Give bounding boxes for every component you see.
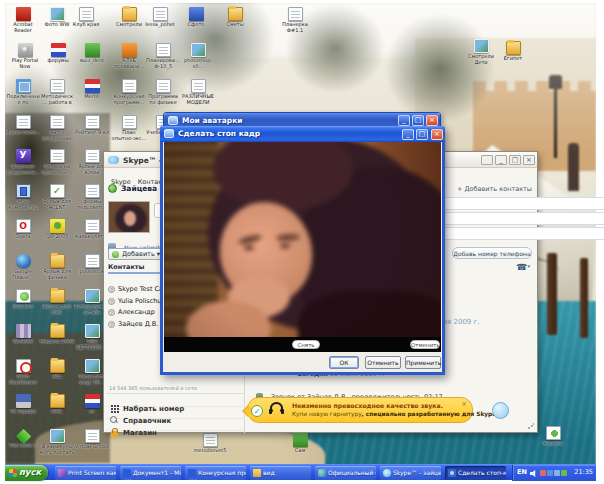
photo-icon — [50, 429, 65, 443]
desktop-icon-computer[interactable]: Мой компьютер — [5, 184, 41, 211]
tray-icon[interactable] — [561, 470, 567, 476]
tray-icon[interactable] — [547, 470, 553, 476]
desktop-icon-flag[interactable]: Merlin — [74, 79, 110, 100]
desktop-icon-doc[interactable]: Монит-Теле… — [5, 115, 41, 136]
desktop-icon-globe[interactable]: Google Плане… — [5, 254, 41, 281]
desktop-icon-nero[interactable]: Nero StartSmart — [5, 359, 41, 386]
clock[interactable]: 21:35 — [574, 468, 593, 476]
desktop-icon-doc[interactable]: lessa_pohet — [142, 7, 178, 28]
close-button[interactable]: × — [426, 115, 438, 126]
desktop-icon-folder[interactable]: Египет — [495, 41, 531, 62]
bottom-menu-bag[interactable]: Магазин — [106, 419, 244, 431]
taskbar-button[interactable]: Сделать стоп-кадр — [445, 466, 506, 480]
desktop-icon-doc[interactable]: metodsovet5 — [192, 433, 228, 454]
tray-icon[interactable] — [540, 470, 546, 476]
desktop-icon-doc[interactable]: Планерка Ф#1.1 — [277, 7, 313, 34]
resize-grip[interactable] — [528, 423, 534, 429]
desktop-icon-green[interactable]: вшэ_dent — [74, 43, 110, 64]
bottom-menu-keypad[interactable]: Набрать номер — [106, 395, 244, 407]
volume-icon[interactable] — [530, 470, 537, 477]
tab-contacts[interactable]: Контакты — [108, 263, 163, 274]
desktop-icon-dish[interactable]: Play Portal Now — [7, 43, 43, 70]
maximize-button[interactable]: □ — [509, 155, 521, 165]
minimize-button[interactable]: _ — [495, 155, 507, 165]
minimize-button[interactable]: _ — [402, 129, 414, 140]
taskbar-button[interactable]: вид — [250, 466, 311, 480]
take-snapshot-button[interactable]: Снять — [292, 340, 320, 349]
desktop-icon-upurple[interactable]: Ведение документа… — [5, 149, 41, 176]
add-contacts-link[interactable]: + Добавить контакты — [457, 185, 532, 193]
check-badge-icon: ✓ — [251, 405, 263, 417]
desktop-icon-blue[interactable]: Сфото — [178, 7, 214, 28]
desktop-icon-rar[interactable]: WinRAR — [5, 324, 41, 345]
headset-promo-banner[interactable]: ✓ Неизменно превосходное качество звука.… — [247, 397, 473, 423]
ok-button[interactable]: ОК — [329, 356, 359, 369]
start-button[interactable]: пуск — [5, 465, 48, 481]
desktop-icon-folder[interactable]: Марина 2009 — [39, 324, 75, 345]
desktop-icon-doc[interactable]: Клуб края — [68, 7, 104, 28]
desktop-icon-doc[interactable]: План опытно-экс… — [111, 115, 147, 142]
desktop-icon-folder[interactable]: ALL — [39, 359, 75, 380]
taskbar-button[interactable]: Skype™ - зайцев... — [380, 466, 441, 480]
desktop-icon-label: Acrobat Reader — [5, 22, 41, 34]
compact-view-icon[interactable] — [481, 155, 493, 165]
desktop-icon-label: Клуб края — [68, 22, 104, 28]
desktop-icon-doc[interactable]: Рейтинг 9 кл — [74, 115, 110, 136]
desktop-icon-icq[interactable]: ICQ Lite — [5, 289, 41, 310]
desktop-icon-photo[interactable]: В каникулы могу поспать — [39, 429, 75, 456]
desktop-icon-qip[interactable]: QIP 2005 — [39, 219, 75, 240]
desktop-icon-flag[interactable]: форумы — [40, 43, 76, 64]
video-shape — [280, 244, 290, 248]
cancel-overlay-button[interactable]: Отменить — [410, 340, 440, 349]
apply-button[interactable]: Применить — [405, 356, 441, 369]
desktop-icon-tc[interactable]: TC Профи — [5, 394, 41, 415]
desktop-icon-photo[interactable]: photoshop-s0… — [180, 43, 216, 70]
minimize-button[interactable]: _ — [398, 115, 410, 126]
desktop-icon-folder[interactable]: Ярлык для НАС — [39, 289, 75, 316]
close-icon[interactable]: × — [461, 400, 467, 408]
desktop-icon-recycle[interactable]: Карина — [535, 426, 571, 447]
add-phone-button[interactable]: Добавь номер телефона — [452, 247, 532, 259]
cancel-button[interactable]: Отменить — [365, 356, 401, 369]
taskbar-button[interactable]: Конкурсная прог... — [185, 466, 246, 480]
desktop-icon-orange[interactable]: КЛУБ предвари… — [111, 43, 147, 70]
desktop-icon-doc[interactable]: Акт о внедрении — [39, 115, 75, 142]
desktop-icon-doc[interactable]: Методическ… работа в ш… — [39, 79, 75, 106]
desktop-icon-doc[interactable]: Заявка на проведен… — [39, 149, 75, 176]
desktop-icon-doc[interactable]: Программа по физике Пе… — [145, 79, 181, 106]
taskbar-button[interactable]: Print Screen как ... — [55, 466, 116, 480]
call-quality-button[interactable] — [492, 402, 509, 419]
desktop-icon-red[interactable]: Acrobat Reader — [5, 7, 41, 34]
desktop-icon-label: Заявка на проведен… — [39, 164, 75, 176]
taskbar-button[interactable]: Официальный са... — [315, 466, 376, 480]
desktop-icon-sims[interactable]: The Sims 3 — [5, 429, 41, 449]
desktop-icon-green[interactable]: Сам — [282, 433, 318, 454]
doc-icon — [50, 115, 65, 129]
desktop-icon-label: Virtual School — [74, 444, 110, 450]
desktop-icon-check[interactable]: Ярлык для мCLNT — [39, 184, 75, 211]
desktop-icon-folder[interactable]: НАС — [39, 394, 75, 415]
desktop-icon-folder[interactable]: Сметы — [217, 7, 253, 28]
net-icon — [16, 79, 31, 93]
desktop-icon-photo[interactable]: Смотрели Дети — [463, 39, 499, 66]
phone-dropdown-icon[interactable]: ☎▾ — [516, 262, 530, 272]
desktop-icon-doc[interactable]: Конкурсная программ… — [111, 79, 147, 106]
plus-icon: + — [457, 185, 462, 193]
desktop-icon-label: lessa_pohet — [142, 22, 178, 28]
video-toolbar: Снять Отменить — [164, 337, 441, 352]
close-button[interactable]: × — [431, 129, 443, 140]
language-indicator[interactable]: EN — [517, 468, 527, 476]
tray-icon[interactable] — [554, 470, 560, 476]
desktop-icon-doc[interactable]: РАЗЛИЧНЫЕ МОДЕЛИ — [180, 79, 216, 106]
maximize-button[interactable]: □ — [412, 115, 424, 126]
close-button[interactable]: × — [523, 155, 535, 165]
desktop-icon-net[interactable]: Подключение по локальн… — [5, 79, 41, 106]
taskbar-button[interactable]: Документ1 - Mic... — [120, 466, 181, 480]
desktop-icon-folder[interactable]: Ярлык для физика — [39, 254, 75, 281]
desktop-icon-doc[interactable]: Планирова… Ф-10_5 — [145, 43, 181, 70]
maximize-button[interactable]: □ — [416, 129, 428, 140]
desktop-icon-opera[interactable]: Opera — [5, 219, 41, 240]
user-avatar[interactable] — [108, 201, 150, 233]
orange-icon — [122, 43, 137, 57]
snapshot-titlebar[interactable]: Сделать стоп кадр _ □ × — [160, 126, 445, 142]
